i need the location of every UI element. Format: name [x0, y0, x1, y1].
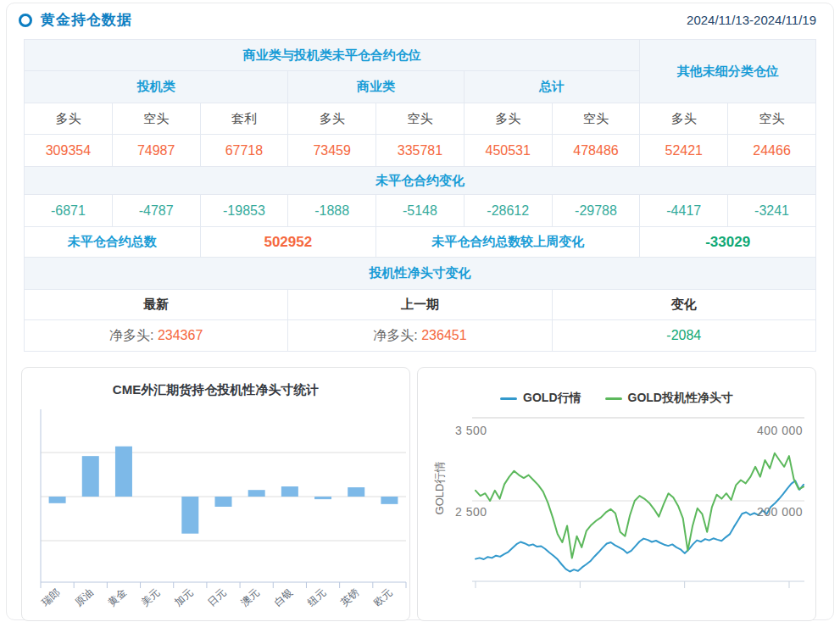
change-value: -6871 — [25, 195, 113, 227]
change-value: -29788 — [552, 195, 640, 227]
bar-category-label: 美元 — [139, 586, 162, 608]
bar-白银 — [281, 486, 298, 497]
bar-category-label: 原油 — [73, 586, 96, 608]
col-header: 多头 — [464, 103, 552, 135]
date-range: 2024/11/13-2024/11/19 — [687, 13, 816, 27]
position-value: 335781 — [376, 135, 465, 167]
net-latest-value: 234367 — [158, 328, 203, 342]
bar-category-label: 英镑 — [338, 586, 361, 608]
col-header: 多头 — [288, 103, 376, 135]
bar-加元 — [181, 497, 198, 534]
net-col-previous: 上一期 — [288, 290, 552, 320]
change-value: -4787 — [112, 195, 200, 227]
bar-category-label: 澳元 — [238, 586, 261, 608]
subgroup-commercial: 商业类 — [288, 71, 465, 103]
change-value: -19853 — [200, 195, 288, 227]
total-label: 未平仓合约总数 — [25, 227, 201, 258]
col-header: 空头 — [552, 103, 640, 135]
net-change-value: -2084 — [552, 320, 815, 352]
left-axis-tick-bottom: 2 500 — [455, 505, 487, 519]
net-header-cell: 投机性净头寸变化 — [25, 258, 816, 290]
bar-日元 — [215, 497, 232, 507]
col-header: 空头 — [376, 103, 465, 135]
net-col-latest: 最新 — [25, 290, 288, 320]
bar-英镑 — [348, 487, 364, 497]
circle-bullet-icon — [19, 14, 32, 27]
bar-category-label: 瑞郎 — [39, 586, 62, 608]
change-value: -5148 — [376, 195, 465, 227]
right-axis-tick-top: 400 000 — [757, 424, 803, 437]
bar-category-label: 白银 — [272, 586, 295, 608]
col-header: 多头 — [25, 103, 113, 135]
position-value: 74987 — [112, 135, 200, 167]
position-value: 24466 — [728, 135, 816, 167]
change-value: -4417 — [640, 195, 728, 227]
net-prev-label: 净多头: — [373, 328, 417, 342]
group-header-cell: 商业类与投机类未平仓合约仓位 — [25, 40, 640, 71]
subgroup-speculative: 投机类 — [25, 71, 288, 103]
change-value: -1888 — [288, 195, 376, 227]
position-value: 52421 — [640, 135, 728, 167]
bar-chart-panel: CME外汇期货持仓投机性净头寸统计 瑞郎原油黄金美元加元日元澳元白银纽元英镑欧元 — [21, 367, 410, 621]
bar-原油 — [82, 456, 99, 497]
bar-纽元 — [314, 497, 331, 499]
col-header: 空头 — [112, 103, 200, 135]
net-col-change: 变化 — [552, 290, 815, 320]
left-axis-tick-top: 3 500 — [455, 424, 487, 437]
bar-黄金 — [115, 447, 132, 497]
bar-category-label: 黄金 — [106, 586, 129, 608]
net-latest-cell: 净多头: 234367 — [25, 320, 288, 352]
right-axis-tick-bottom: 200 000 — [757, 505, 803, 519]
col-header: 多头 — [640, 103, 728, 135]
position-value: 478486 — [552, 135, 640, 167]
change-header-cell: 未平仓合约变化 — [25, 167, 816, 195]
position-value: 450531 — [464, 135, 552, 167]
position-value: 309354 — [25, 135, 113, 167]
total-change-value: -33029 — [640, 227, 816, 258]
page-title: 黄金持仓数据 — [41, 10, 132, 30]
left-axis-title: GOLD行情 — [432, 462, 448, 515]
bar-category-label: 日元 — [205, 586, 228, 608]
bar-澳元 — [248, 490, 265, 497]
series-GOLD行情 — [476, 480, 804, 571]
bar-category-label: 加元 — [172, 586, 195, 608]
total-value: 502952 — [200, 227, 376, 258]
subgroup-total: 总计 — [464, 71, 640, 103]
net-prev-value: 236451 — [421, 328, 466, 342]
other-header-cell: 其他未细分类仓位 — [640, 40, 816, 103]
position-value: 73459 — [288, 135, 376, 167]
bar-瑞郎 — [49, 497, 66, 503]
page-header: 黄金持仓数据 — [19, 10, 132, 30]
line-chart — [418, 368, 814, 619]
total-change-label: 未平仓合约总数较上周变化 — [376, 227, 640, 258]
change-value: -28612 — [464, 195, 552, 227]
net-latest-label: 净多头: — [109, 328, 153, 342]
col-header: 空头 — [728, 103, 816, 135]
bar-chart: 瑞郎原油黄金美元加元日元澳元白银纽元英镑欧元 — [22, 368, 408, 619]
change-value: -3241 — [728, 195, 816, 227]
col-header: 套利 — [200, 103, 288, 135]
bar-category-label: 纽元 — [304, 586, 328, 609]
bar-category-label: 欧元 — [371, 586, 394, 608]
positions-table: 商业类与投机类未平仓合约仓位 其他未细分类仓位 投机类 商业类 总计 多头 空头… — [24, 39, 816, 352]
position-value: 67718 — [200, 135, 288, 167]
line-chart-panel: GOLD行情 GOLD投机性净头寸 3 500 2 500 400 000 20… — [417, 367, 816, 621]
net-previous-cell: 净多头: 236451 — [288, 320, 552, 352]
bar-欧元 — [381, 497, 398, 504]
